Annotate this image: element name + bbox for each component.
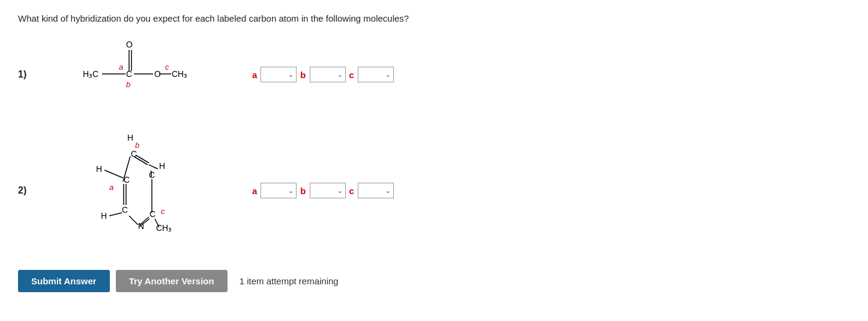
prob2-dropdown-c[interactable]: sp sp² sp³ ⌄ <box>358 183 394 198</box>
prob1-dropdown-a[interactable]: sp sp² sp³ ⌄ <box>261 67 297 82</box>
svg-text:C: C <box>149 170 155 180</box>
svg-text:H: H <box>96 164 102 174</box>
problem-2: 2) H b C H C <box>18 130 850 252</box>
submit-answer-button[interactable]: Submit Answer <box>18 270 110 292</box>
svg-text:c: c <box>161 207 165 216</box>
prob1-dropdown-c[interactable]: sp sp² sp³ ⌄ <box>358 67 394 82</box>
svg-text:c: c <box>165 63 169 72</box>
svg-text:H: H <box>159 161 165 171</box>
prob1-select-b[interactable]: sp sp² sp³ <box>313 70 343 79</box>
svg-text:a: a <box>109 183 113 192</box>
try-another-version-button[interactable]: Try Another Version <box>116 270 228 292</box>
svg-text:C: C <box>149 209 155 219</box>
svg-line-23 <box>149 165 158 169</box>
prob1-label-c: c <box>349 70 354 80</box>
prob2-select-b[interactable]: sp sp² sp³ <box>313 186 343 195</box>
svg-text:b: b <box>126 80 130 89</box>
problem-2-number: 2) <box>18 185 36 196</box>
svg-text:H: H <box>101 211 107 221</box>
prob2-select-c[interactable]: sp sp² sp³ <box>361 186 391 195</box>
svg-text:a: a <box>119 63 123 72</box>
prob1-select-a[interactable]: sp sp² sp³ <box>264 70 294 79</box>
prob1-select-c[interactable]: sp sp² sp³ <box>361 70 391 79</box>
svg-text:CH₃: CH₃ <box>172 69 187 79</box>
svg-text:C: C <box>126 69 132 79</box>
question-text: What kind of hybridization do you expect… <box>18 12 850 26</box>
problem-1: 1) O a C b H₃C O <box>18 38 850 112</box>
svg-line-31 <box>109 213 122 216</box>
svg-text:C: C <box>131 149 137 159</box>
svg-text:C: C <box>122 205 128 215</box>
svg-line-33 <box>129 216 138 225</box>
svg-text:b: b <box>135 141 139 150</box>
attempts-remaining-text: 1 item attempt remaining <box>240 276 339 286</box>
prob2-label-c: c <box>349 186 354 196</box>
prob2-select-a[interactable]: sp sp² sp³ <box>264 186 294 195</box>
problem-2-answers: a sp sp² sp³ ⌄ b sp sp² sp³ ⌄ <box>252 183 394 198</box>
prob2-label-b: b <box>300 186 306 196</box>
svg-text:H₃C: H₃C <box>83 69 98 79</box>
svg-text:H: H <box>127 133 133 142</box>
molecule-2-svg: H b C H C H C <box>60 130 216 250</box>
molecule-1-svg: O a C b H₃C O c CH₃ <box>60 38 204 110</box>
svg-line-19 <box>104 170 123 178</box>
prob2-dropdown-b[interactable]: sp sp² sp³ ⌄ <box>310 183 346 198</box>
molecule-2: H b C H C H C <box>60 130 228 252</box>
prob1-label-a: a <box>252 70 257 80</box>
molecule-1: O a C b H₃C O c CH₃ <box>60 38 228 112</box>
prob1-dropdown-b[interactable]: sp sp² sp³ ⌄ <box>310 67 346 82</box>
buttons-row: Submit Answer Try Another Version 1 item… <box>18 270 850 292</box>
svg-text:O: O <box>126 40 133 49</box>
svg-text:CH₃: CH₃ <box>156 223 172 233</box>
prob1-label-b: b <box>300 70 306 80</box>
problem-1-answers: a sp sp² sp³ ⌄ b sp sp² sp³ ⌄ <box>252 67 394 82</box>
problem-1-number: 1) <box>18 69 36 80</box>
prob2-label-a: a <box>252 186 257 196</box>
prob2-dropdown-a[interactable]: sp sp² sp³ ⌄ <box>261 183 297 198</box>
svg-text:N: N <box>138 221 144 231</box>
